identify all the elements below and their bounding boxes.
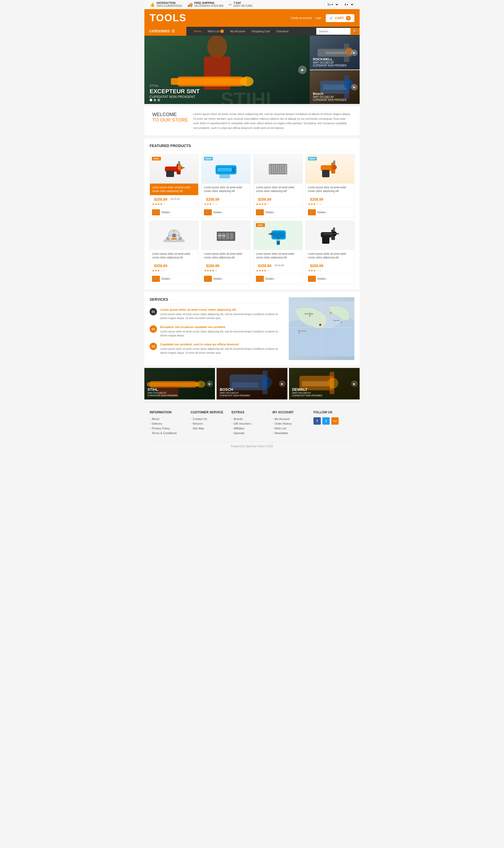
svg-point-74	[319, 324, 321, 326]
service-number-2: 02	[150, 325, 157, 333]
footer-link-privacy[interactable]: › Privacy Policy	[150, 427, 185, 430]
nav-account[interactable]: My Account	[227, 27, 248, 36]
nav-wishlist[interactable]: Wish List 0	[204, 27, 227, 36]
nav-checkout[interactable]: Checkout	[273, 27, 291, 36]
hero-side-rockwell[interactable]: ROCKWELL SINT OCCAECAT CUPIDATAT NON PRO…	[310, 36, 360, 70]
hero-main-content: STIHL EXCEPTEUR SINT CUPIDATAT NON PROID…	[150, 84, 200, 99]
footer-link-newsletter[interactable]: › Newsletter	[272, 431, 308, 435]
footer-link-affiliates[interactable]: › Affiliates	[232, 427, 267, 430]
service-item-2: 02 Excepteur sint occaecat cupidatat non…	[150, 325, 284, 337]
svg-point-73	[330, 312, 331, 314]
details-button-7[interactable]: Details ›	[265, 277, 275, 280]
hero-main-banner[interactable]: STIHL STIHL EXCEPTEUR SINT CUPIDATAT NON…	[144, 36, 310, 104]
search-input[interactable]	[316, 28, 350, 35]
details-button-4[interactable]: Details ›	[317, 211, 327, 214]
brand-banner-stihl[interactable]: STIHL SINT OCCAECAT CUPIDATAT NON PROIDE…	[144, 368, 215, 400]
rockwell-brand: ROCKWELL	[313, 57, 346, 61]
hero-dot-1[interactable]	[150, 99, 152, 101]
language-select[interactable]: En ▾	[325, 2, 339, 7]
arrow-icon-9: ›	[232, 422, 232, 425]
stihl-banner-arrow[interactable]: ▶	[206, 381, 213, 387]
product-badge-7: Sale!	[256, 223, 265, 227]
drill-svg-1	[162, 157, 186, 181]
cart-button[interactable]: 🛒 CART: 0	[326, 14, 354, 22]
footer-link-gift[interactable]: › Gift Vouchers	[232, 422, 267, 425]
footer-col-account: MY ACCOUNT › My Account › Order History …	[272, 410, 313, 436]
site-header: TOOLS Create an account Login 🛒 CART: 0	[144, 9, 360, 27]
svg-point-75	[299, 332, 300, 333]
svg-text:Бруклин: Бруклин	[334, 320, 339, 321]
arrow-icon-13: ›	[272, 422, 273, 425]
arrow-icon-10: ›	[232, 427, 232, 430]
footer-link-delivery[interactable]: › Delivery	[150, 422, 185, 425]
nav-home[interactable]: Home	[191, 27, 204, 36]
add-to-cart-7[interactable]: 🛒	[256, 276, 264, 282]
add-to-cart-2[interactable]: 🛒	[204, 209, 212, 215]
product-image-5	[150, 221, 198, 250]
login-link[interactable]: Login	[315, 17, 322, 19]
product-stars-4: ★★★★★	[306, 202, 354, 208]
categories-button[interactable]: CATEGORIES ☰	[144, 27, 186, 36]
footer-link-sitemap[interactable]: › Site Map	[191, 427, 226, 430]
details-button-5[interactable]: Details ›	[161, 277, 171, 280]
brand-banners: STIHL SINT OCCAECAT CUPIDATAT NON PROIDE…	[144, 368, 360, 402]
product-actions-3: 🛒 Details ›	[254, 208, 302, 217]
svg-text:Нью-Йорк: Нью-Йорк	[305, 313, 313, 315]
twitter-button[interactable]: t	[322, 417, 330, 425]
create-account-link[interactable]: Create an account	[291, 17, 312, 19]
feature-satisfaction-line1: SATISFACTION	[157, 2, 182, 4]
hero-dot-3[interactable]	[158, 99, 160, 101]
services-title: SERVICES	[150, 297, 284, 304]
svg-rect-54	[230, 233, 233, 239]
rss-button[interactable]: rss	[331, 417, 339, 425]
svg-point-44	[172, 233, 176, 238]
search-button[interactable]: 🔍	[350, 28, 360, 35]
nav-cart[interactable]: Shopping Cart	[248, 27, 273, 36]
details-button-6[interactable]: Details ›	[213, 277, 223, 280]
details-button-2[interactable]: Details ›	[213, 211, 223, 214]
add-to-cart-6[interactable]: 🛒	[204, 276, 212, 282]
top-bar: 👍 SATISFACTION 100% GUARANTEED 🚚 FREE SH…	[144, 0, 360, 9]
service-number-3: 03	[150, 343, 157, 350]
footer-link-about[interactable]: › About	[150, 417, 185, 421]
footer-link-terms[interactable]: › Terms & Conditions	[150, 431, 185, 435]
add-to-cart-5[interactable]: 🛒	[152, 276, 160, 282]
product-actions-5: 🛒 Details ›	[150, 274, 198, 284]
hero-side-bosch[interactable]: Bosch SINT OCCAECAT CUPIDATAT NON PROIDE…	[310, 70, 360, 104]
currency-select[interactable]: $ ▾	[342, 2, 354, 7]
add-to-cart-8[interactable]: 🛒	[308, 276, 316, 282]
footer-copyright: Powered by OpenCart Tools © 2015	[150, 441, 354, 448]
brand-banner-dewalt[interactable]: DEWALT SINT OCCAECAT CUPIDATAT NON PROID…	[289, 368, 360, 400]
product-name-1: Lorem ipsum dolor sit amet antet conse c…	[150, 183, 198, 195]
footer-link-specials[interactable]: › Specials	[232, 431, 267, 435]
footer-link-contact[interactable]: › Contact Us	[191, 417, 226, 421]
hero-dot-2[interactable]	[154, 99, 156, 101]
rockwell-arrow[interactable]: ▶	[351, 50, 358, 56]
add-to-cart-3[interactable]: 🛒	[256, 209, 264, 215]
bosch-banner-arrow[interactable]: ▶	[279, 381, 285, 387]
svg-point-83	[196, 381, 205, 388]
product-stars-8: ★★★★★	[306, 269, 354, 274]
brand-stihl-subtitle: SINT OCCAECAT	[147, 392, 178, 394]
footer-link-myaccount[interactable]: › My Account	[272, 417, 308, 421]
hero-next-arrow[interactable]: ▶	[298, 66, 307, 74]
add-to-cart-4[interactable]: 🛒	[308, 209, 316, 215]
product-actions-4: 🛒 Details ›	[306, 208, 354, 217]
facebook-button[interactable]: f	[313, 417, 321, 425]
add-to-cart-1[interactable]: 🛒	[152, 209, 160, 215]
details-button-3[interactable]: Details ›	[265, 211, 275, 214]
footer-link-wishlist[interactable]: › Wish List	[272, 427, 308, 430]
hero-section: STIHL STIHL EXCEPTEUR SINT CUPIDATAT NON…	[144, 36, 360, 104]
footer-link-returns[interactable]: › Returns	[191, 422, 226, 425]
wishlist-badge: 0	[220, 30, 224, 33]
svg-rect-89	[232, 382, 258, 388]
brand-banner-bosch[interactable]: BOSCH SINT OCCAECAT CUPIDATAT NON PROIDE…	[217, 368, 287, 400]
details-button-1[interactable]: Details ›	[161, 211, 171, 214]
footer-link-orderhistory[interactable]: › Order History	[272, 422, 308, 425]
details-button-8[interactable]: Details ›	[317, 277, 327, 280]
footer-link-brands[interactable]: › Brands	[232, 417, 267, 421]
bosch-arrow[interactable]: ▶	[351, 84, 358, 90]
product-actions-2: 🛒 Details ›	[202, 208, 250, 217]
arrow-icon-12: ›	[272, 418, 273, 420]
dewalt-banner-arrow[interactable]: ▶	[351, 381, 358, 387]
